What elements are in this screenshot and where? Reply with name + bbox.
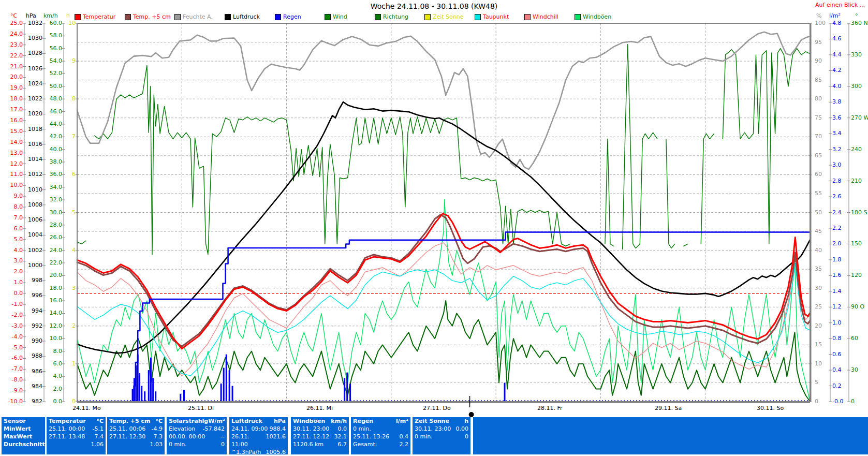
axis-label: 20.0 [50, 272, 63, 278]
axis-label: 0 [815, 399, 818, 405]
axis-label: 28.0 [50, 222, 63, 228]
axis-label: 9.0 [14, 193, 23, 199]
axis-label: 210 [851, 178, 862, 184]
cell-value: °C [155, 417, 163, 425]
table-column: Temperatur°C25.11. 00:00-5.127.11. 13:48… [47, 417, 106, 454]
table-cell-row: 25.11. 13:260.4 [351, 433, 410, 440]
axis-label: 15.0 [10, 128, 23, 135]
table-column-header: Temperatur°C [47, 417, 106, 425]
axis-label: 1000 [28, 262, 42, 269]
axis-label: 34.0 [50, 184, 63, 190]
cell-value: 2.2 [400, 440, 409, 448]
axis-label: 0.2 [832, 383, 842, 389]
axis-label: 4 [72, 247, 76, 254]
day-label: 30.11. So [757, 405, 784, 411]
rain-bar [232, 386, 233, 402]
axis-label: 42.0 [50, 134, 63, 140]
axis-label: -8.0 [12, 377, 23, 383]
cell-text: Luftdruck [231, 417, 262, 425]
axis-label: 1.0 [14, 280, 23, 286]
axis-label: 1024 [28, 81, 42, 87]
axis-label: 75 [815, 115, 822, 121]
legend-item-windb-en[interactable]: Windböen [575, 14, 611, 20]
cell-text: 26.11. 11:00 [231, 433, 266, 448]
axis-label: 70 [815, 134, 822, 140]
cell-text: Elevation [169, 425, 195, 433]
axis-label: -5.0 [12, 345, 23, 351]
axis-label: 2 [72, 323, 76, 329]
table-column: Zeit Sonneh30.11. 23:000.000 min.0 [413, 417, 470, 454]
axis-label: 12.0 [50, 323, 63, 329]
axis-label: 30 [851, 367, 858, 373]
legend-item-richtung[interactable]: Richtung [375, 14, 408, 20]
axis-label: 1008 [28, 202, 42, 208]
legend-label: Wind [333, 14, 347, 20]
axis-label: 3.0 [832, 162, 842, 168]
weather-app-window: Woche 24.11.08 - 30.11.08 (KW48) Auf ein… [0, 0, 868, 456]
axis-label: 3.6 [832, 115, 842, 121]
cell-text: 24.11. 09:00 [231, 425, 268, 433]
rain-bar [139, 373, 140, 402]
axis-label: 25.0 [10, 20, 23, 26]
axis-label: 65 [815, 153, 822, 159]
legend-item-taupunkt[interactable]: Taupunkt [475, 14, 509, 20]
axis-label: 90 O [851, 304, 864, 310]
legend-item-temperatur[interactable]: Temperatur [75, 14, 115, 20]
legend-color-swatch [125, 14, 131, 20]
rain-bar [152, 378, 154, 402]
cell-text: Gesamt: [353, 440, 377, 448]
axis-label: 1.8 [832, 257, 842, 263]
axis-label: 85 [815, 77, 822, 83]
legend-item-windchill[interactable]: Windchill [524, 14, 558, 20]
legend-color-swatch [424, 14, 431, 20]
rain-bar [349, 384, 351, 402]
axis-label: 10.0 [50, 335, 63, 342]
axis-label: 17.0 [10, 107, 23, 113]
axis-header-hPa: hPa [26, 13, 36, 19]
axis-label: 4.0 [53, 373, 63, 379]
table-column: LuftdruckhPa24.11. 09:00988.426.11. 11:0… [229, 417, 288, 454]
cell-value: 0.0 [338, 425, 347, 433]
axis-label: -9.0 [12, 388, 23, 394]
table-cell-row: 00.00. 00:00-- [167, 433, 227, 440]
axis-label: 360 N [851, 20, 868, 26]
cell-value: 7.4 [95, 433, 104, 440]
table-column-header: Zeit Sonneh [413, 417, 470, 425]
cell-value: -4.9 [152, 425, 163, 433]
axis-label: 3.4 [832, 130, 842, 137]
axis-label: 1026 [28, 66, 42, 72]
legend-item-wind[interactable]: Wind [325, 14, 347, 20]
axis-label: 6.0 [53, 361, 63, 367]
legend-label: Zeit Sonne [433, 14, 464, 20]
axis-label: 1010 [28, 187, 42, 193]
axis-label: 44.0 [50, 121, 63, 127]
axis-label: 40 [815, 247, 822, 254]
rain-bar [183, 390, 185, 402]
axis-label: 180 S [851, 210, 867, 216]
axis-label: 2.0 [14, 269, 23, 275]
axis-label: 990 [32, 338, 42, 344]
axis-label: -6.0 [12, 355, 23, 361]
axis-label: 270 W [851, 115, 868, 121]
axis-label: 24.0 [10, 31, 23, 37]
table-cell-row: 0 min.0 [413, 433, 470, 440]
legend-item-regen[interactable]: Regen [275, 14, 301, 20]
axis-label: 5.0 [14, 237, 23, 243]
axis-label: 18.0 [50, 285, 63, 291]
legend-item-temp-5-cm[interactable]: Temp. +5 cm [125, 14, 171, 20]
axis-label: 2.0 [832, 241, 842, 247]
axis-label: 60 [851, 335, 858, 342]
axis-label: 994 [32, 308, 42, 314]
axis-label: 1014 [28, 156, 42, 163]
legend-item-feuchte-a-[interactable]: Feuchte A. [174, 14, 213, 20]
cell-value: l/m² [396, 417, 408, 425]
axis-label: -4.0 [12, 334, 23, 340]
cell-text: Solarstrahlg [169, 417, 208, 425]
legend-item-luftdruck[interactable]: Luftdruck [225, 14, 260, 20]
cell-value: °C [96, 417, 104, 425]
cursor-marker[interactable] [469, 412, 474, 417]
series-regen-summe- [77, 232, 810, 402]
series-taupunkt [77, 263, 810, 376]
axis-label: 1020 [28, 111, 42, 117]
legend-item-zeit-sonne[interactable]: Zeit Sonne [424, 14, 464, 20]
